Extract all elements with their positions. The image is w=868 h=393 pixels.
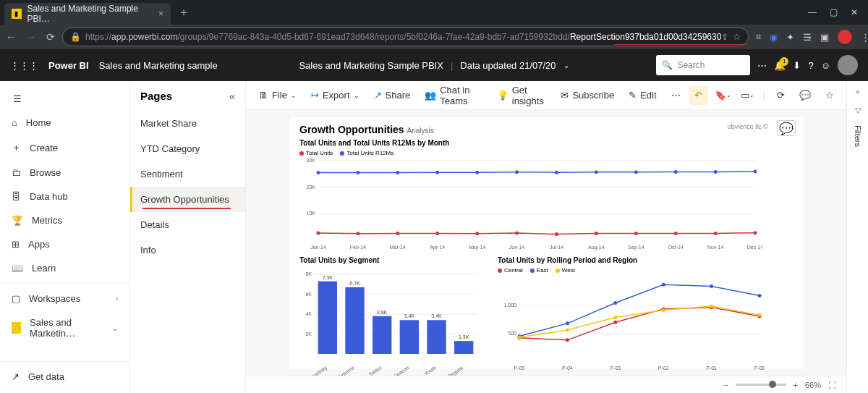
browser-menu-icon[interactable]: ⋮ [861,32,868,43]
chart-total-units-month[interactable]: Total Units and Total Units R12Ms by Mon… [299,139,793,252]
nav-data-hub[interactable]: 🗄Data hub [0,185,129,208]
bookmark-star-icon[interactable]: ☆ [733,32,741,42]
collapse-nav-button[interactable]: ☰ [0,87,129,111]
svg-point-80 [613,321,617,324]
get-insights-button[interactable]: 💡Get insights [491,82,553,109]
nav-apps[interactable]: ⊞Apps [0,232,129,256]
bookmark-menu[interactable]: 🔖⌄ [714,86,733,105]
search-input[interactable]: 🔍 Search [656,55,750,75]
file-menu[interactable]: 🗎File⌄ [253,87,302,103]
svg-text:P-00: P-00 [754,365,765,371]
chevron-down-icon[interactable]: ⌄ [563,62,569,69]
nav-create[interactable]: ＋Create [0,135,129,161]
svg-text:8K: 8K [305,271,312,276]
svg-point-18 [317,232,320,235]
help-icon[interactable]: ? [808,60,813,71]
nav-home[interactable]: ⌂Home [0,111,129,135]
comments-button[interactable]: 💬 [796,86,814,105]
notifications-icon[interactable]: 🔔1 [774,60,786,71]
svg-point-32 [396,171,399,174]
feedback-icon[interactable]: ☺ [821,60,830,71]
svg-text:Dec-14: Dec-14 [747,245,762,250]
metrics-icon: 🏆 [12,215,23,226]
visual-comment-button[interactable]: 💬 [777,120,796,136]
chart-total-units-region[interactable]: Total Units by Rolling Period and Region… [498,256,793,376]
subscribe-button[interactable]: ✉Subscribe [555,87,620,103]
ext-2-icon[interactable]: ☰̵ [803,32,812,43]
brand-label[interactable]: Power BI [48,60,89,71]
page-market-share[interactable]: Market Share [130,111,245,136]
close-window-icon[interactable]: ✕ [851,7,858,17]
nav-metrics[interactable]: 🏆Metrics [0,208,129,232]
svg-point-38 [634,170,638,174]
canvas-footer: − + 66% ⛶ [246,376,846,393]
download-icon[interactable]: ⬇ [793,60,801,71]
nav-learn[interactable]: 📖Learn [0,256,129,280]
maximize-icon[interactable]: ▢ [830,7,838,17]
grid-ext-icon[interactable]: ⌗ [756,31,761,43]
data-updated-label[interactable]: Data updated 21/07/20 [460,60,556,71]
get-data-button[interactable]: ↗ Get data [0,365,130,389]
nav-workspaces[interactable]: ▢Workspaces› [0,287,129,310]
page-details[interactable]: Details [130,212,245,237]
expand-filters-icon[interactable]: » [855,87,859,96]
chat-teams-button[interactable]: 👥Chat in Teams [419,82,488,109]
filter-icon[interactable]: ▽ [855,106,861,115]
chart-total-units-segment[interactable]: Total Units by Segment 2K4K6K8K7.3KProdu… [299,256,488,376]
app-launcher-icon[interactable]: ⋮⋮⋮ [10,60,38,71]
svg-point-27 [674,232,678,235]
ext-1-icon[interactable]: ◉ [770,32,778,43]
workspace-name[interactable]: Sales and Marketing sample [99,60,218,71]
edit-button[interactable]: ✎Edit [623,87,662,103]
browser-tab-bar: ▮ Sales and Marketing Sample PBI… × ＋ — … [0,0,868,25]
view-menu[interactable]: ▭⌄ [739,86,757,105]
more-menu[interactable]: ⋯ [665,87,686,103]
share-button[interactable]: ↗Share [368,87,417,103]
nav-browse[interactable]: 🗀Browse [0,161,129,185]
svg-text:Oct-14: Oct-14 [668,245,684,250]
share-url-icon[interactable]: ⇪ [721,32,728,42]
svg-point-94 [710,305,713,308]
svg-text:Mar-14: Mar-14 [390,245,406,250]
new-tab-button[interactable]: ＋ [178,5,190,20]
export-menu[interactable]: ↦Export⌄ [305,87,365,103]
user-avatar[interactable] [838,55,858,75]
svg-point-89 [758,294,762,297]
svg-point-88 [710,284,713,288]
report-toolbar: 🗎File⌄ ↦Export⌄ ↗Share 👥Chat in Teams 💡G… [246,81,846,110]
minimize-icon[interactable]: — [808,7,817,17]
page-sentiment[interactable]: Sentiment [130,161,245,187]
browser-tab[interactable]: ▮ Sales and Marketing Sample PBI… × [4,3,171,25]
svg-point-29 [754,231,757,234]
zoom-in-button[interactable]: + [793,381,798,389]
tab-close-icon[interactable]: × [158,9,163,19]
dots-menu-icon[interactable]: ⋯ [757,60,767,71]
share-icon: ↗ [374,90,382,101]
ext-3-icon[interactable]: ▣ [820,32,829,43]
url-input[interactable]: 🔒 https://app.powerbi.com/groups/9e7769a… [62,28,749,46]
extensions-icon[interactable]: ✦ [786,32,794,43]
page-ytd-category[interactable]: YTD Category [130,136,245,161]
zoom-level: 66% [805,381,821,389]
filters-label[interactable]: Filters [854,125,862,147]
forward-icon[interactable]: → [26,31,36,43]
page-info[interactable]: Info [130,237,245,263]
zoom-out-button[interactable]: − [723,381,728,389]
page-growth-opportunities[interactable]: Growth Opportunities [130,187,245,212]
svg-point-19 [356,232,359,235]
zoom-slider[interactable] [736,384,786,386]
favorite-button[interactable]: ☆ [820,86,839,105]
apps-icon: ⊞ [12,239,20,250]
refresh-button[interactable]: ⟳ [771,86,790,105]
back-icon[interactable]: ← [6,31,16,43]
svg-text:6.7K: 6.7K [349,281,360,286]
reset-button[interactable]: ↶ [689,86,708,105]
fit-page-button[interactable]: ⛶ [828,381,836,389]
file-icon: 🗎 [259,90,268,101]
browser-profile-avatar[interactable] [838,30,852,44]
left-nav-rail: ☰ ⌂Home＋Create🗀Browse🗄Data hub🏆Metrics⊞A… [0,81,130,393]
nav-ws[interactable]: Sales and Marketin…⌄ [0,310,129,345]
workspace-icon [12,322,21,334]
collapse-pages-icon[interactable]: « [229,90,235,102]
reload-icon[interactable]: ⟳ [46,31,55,43]
